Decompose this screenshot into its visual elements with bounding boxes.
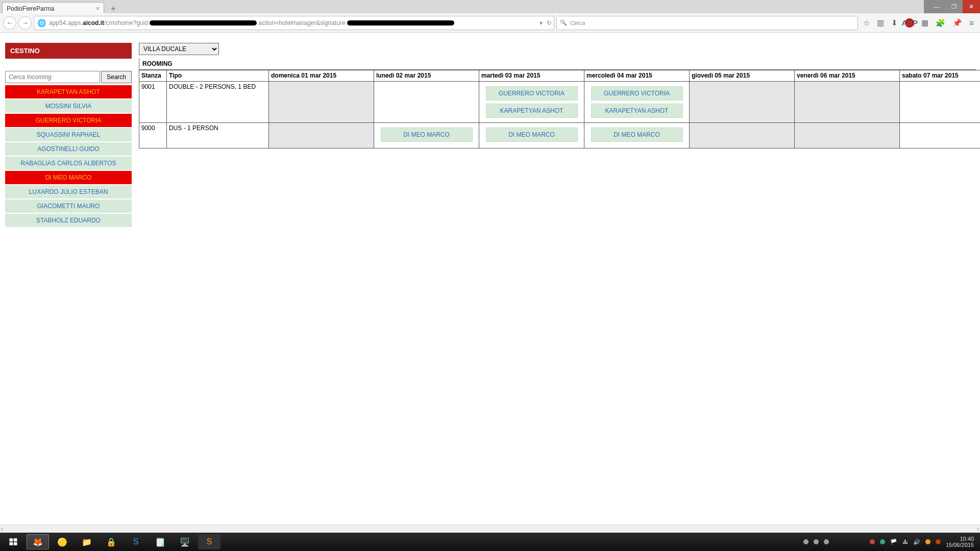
- taskbar-notes[interactable]: 🗒️: [149, 534, 172, 549]
- scroll-left-icon[interactable]: ‹: [1, 525, 3, 533]
- col-tipo: Tipo: [167, 70, 269, 82]
- window-close-button[interactable]: [963, 0, 980, 13]
- cell-day: [269, 82, 374, 123]
- tray-icon[interactable]: [803, 539, 808, 544]
- menu-icon[interactable]: ≡: [969, 18, 974, 27]
- puzzle-icon[interactable]: 🧩: [936, 18, 945, 28]
- browser-tabstrip: PodioFiereParma × +: [0, 0, 924, 14]
- tray-icon[interactable]: [814, 539, 819, 544]
- booking-chip[interactable]: DI MEO MARCO: [486, 128, 578, 142]
- bookmark-star-icon[interactable]: ☆: [863, 18, 870, 28]
- cell-day: [374, 82, 479, 123]
- col-day-3: mercoledì 04 mar 2015: [584, 70, 690, 82]
- library-icon[interactable]: ▥: [877, 18, 884, 28]
- sidebar-search-input[interactable]: [5, 71, 100, 83]
- tray-icon[interactable]: [880, 539, 885, 544]
- cell-stanza: 9001: [139, 82, 167, 123]
- dropdown-icon[interactable]: ▾: [540, 19, 543, 27]
- taskbar-explorer[interactable]: 📁: [76, 534, 98, 549]
- svg-rect-2: [10, 542, 13, 545]
- taskbar-clock[interactable]: 10:40 15/06/2015: [946, 536, 974, 548]
- cell-day: [690, 123, 795, 148]
- sidebar-people-list: KARAPETYAN ASHOTMOSSINI SILVIAGUERRERO V…: [5, 85, 132, 227]
- main-panel: VILLA DUCALE ROOMING Stanza Tipo domenic…: [139, 43, 976, 148]
- taskbar-sublime[interactable]: S: [198, 534, 220, 549]
- scroll-right-icon[interactable]: ›: [977, 525, 979, 533]
- sidebar-person[interactable]: RABAGLIAS CARLOS ALBERTOS: [5, 157, 132, 170]
- booking-chip[interactable]: GUERRERO VICTORIA: [591, 86, 683, 101]
- svg-rect-3: [14, 542, 17, 545]
- sidebar-person[interactable]: STABHOLZ EDUARDO: [5, 214, 132, 227]
- horizontal-scrollbar[interactable]: ‹ ›: [0, 524, 980, 533]
- tray-icon[interactable]: [925, 539, 930, 544]
- tray-network-icon[interactable]: 🖧: [902, 539, 908, 545]
- booking-chip[interactable]: DI MEO MARCO: [591, 128, 683, 142]
- sidebar-person[interactable]: SQUASSINI RAPHAEL: [5, 128, 132, 141]
- adblock-icon[interactable]: ABP: [905, 18, 914, 28]
- sidebar-person[interactable]: MOSSINI SILVIA: [5, 99, 132, 113]
- pin-icon[interactable]: 📌: [952, 18, 962, 28]
- browser-navbar: ← → 🌐 app54.apps.aicod.it/crm/home?guid …: [0, 13, 980, 33]
- cell-day: [900, 82, 981, 123]
- tab-title: PodioFiereParma: [7, 5, 54, 12]
- clock-time: 10:40: [946, 536, 974, 542]
- col-day-4: giovedì 05 mar 2015: [690, 70, 795, 82]
- tray-flag-icon[interactable]: 🏳️: [890, 539, 897, 545]
- downloads-icon[interactable]: ⬇: [891, 18, 898, 28]
- start-button[interactable]: [2, 534, 24, 549]
- sidebar: CESTINO Search KARAPETYAN ASHOTMOSSINI S…: [5, 43, 132, 227]
- cell-tipo: DUS - 1 PERSON: [167, 123, 269, 148]
- svg-rect-0: [10, 538, 13, 541]
- clock-date: 15/06/2015: [946, 542, 974, 548]
- url-bar[interactable]: 🌐 app54.apps.aicod.it/crm/home?guid acti…: [34, 16, 554, 30]
- hotel-select[interactable]: VILLA DUCALE: [139, 43, 218, 55]
- cell-day: [795, 123, 900, 148]
- sidebar-person[interactable]: GUERRERO VICTORIA: [5, 114, 132, 127]
- page-content: CESTINO Search KARAPETYAN ASHOTMOSSINI S…: [0, 33, 980, 533]
- browser-tab[interactable]: PodioFiereParma ×: [2, 2, 104, 14]
- qr-icon[interactable]: ▦: [921, 18, 928, 28]
- cell-day: DI MEO MARCO: [374, 123, 479, 148]
- booking-chip[interactable]: GUERRERO VICTORIA: [486, 86, 578, 101]
- window-maximize-button[interactable]: [945, 0, 963, 13]
- sidebar-person[interactable]: DI MEO MARCO: [5, 171, 132, 184]
- taskbar-chrome[interactable]: 🟡: [51, 534, 74, 549]
- cell-day: GUERRERO VICTORIAKARAPETYAN ASHOT: [584, 82, 690, 123]
- tray-volume-icon[interactable]: 🔊: [913, 539, 920, 545]
- system-tray: 🏳️ 🖧 🔊 10:40 15/06/2015: [803, 536, 978, 548]
- window-minimize-button[interactable]: [928, 0, 945, 13]
- col-day-6: sabato 07 mar 2015: [900, 70, 981, 82]
- booking-chip[interactable]: KARAPETYAN ASHOT: [591, 104, 683, 118]
- sidebar-person[interactable]: KARAPETYAN ASHOT: [5, 85, 132, 98]
- taskbar-skype[interactable]: S: [125, 534, 147, 549]
- sidebar-person[interactable]: GIACOMETTI MAURO: [5, 199, 132, 213]
- tray-icon[interactable]: [824, 539, 829, 544]
- cell-day: [795, 82, 900, 123]
- sidebar-person[interactable]: AGOSTINELLI GUIDO: [5, 142, 132, 156]
- new-tab-button[interactable]: +: [107, 3, 119, 14]
- booking-chip[interactable]: DI MEO MARCO: [381, 128, 473, 142]
- col-day-1: lunedì 02 mar 2015: [374, 70, 479, 82]
- url-text: app54.apps.aicod.it/crm/home?guid action…: [49, 19, 454, 27]
- sidebar-search-button[interactable]: Search: [101, 71, 132, 83]
- table-row: 9000DUS - 1 PERSONDI MEO MARCODI MEO MAR…: [139, 123, 981, 148]
- cell-day: DI MEO MARCO: [584, 123, 690, 148]
- tray-icon[interactable]: [936, 539, 941, 544]
- taskbar-lock-app[interactable]: 🔒: [100, 534, 122, 549]
- col-day-5: venerdì 06 mar 2015: [795, 70, 900, 82]
- browser-search-box[interactable]: 🔍 Cerca: [556, 16, 858, 30]
- col-day-2: martedì 03 mar 2015: [479, 70, 584, 82]
- forward-button[interactable]: →: [18, 16, 32, 30]
- tray-icon[interactable]: [870, 539, 875, 544]
- sidebar-person[interactable]: LUXARDO JULIO ESTEBAN: [5, 185, 132, 198]
- taskbar: 🦊 🟡 📁 🔒 S 🗒️ 🖥️ S 🏳️ 🖧 🔊 10:40 15/06/201…: [0, 533, 980, 551]
- back-button[interactable]: ←: [3, 16, 16, 30]
- reload-icon[interactable]: ↻: [547, 19, 552, 27]
- tab-close-icon[interactable]: ×: [96, 5, 100, 12]
- cell-day: [690, 82, 795, 123]
- taskbar-app-1[interactable]: 🖥️: [174, 534, 196, 549]
- cell-day: DI MEO MARCO: [479, 123, 584, 148]
- col-day-0: domenica 01 mar 2015: [269, 70, 374, 82]
- taskbar-firefox[interactable]: 🦊: [27, 534, 49, 549]
- booking-chip[interactable]: KARAPETYAN ASHOT: [486, 104, 578, 118]
